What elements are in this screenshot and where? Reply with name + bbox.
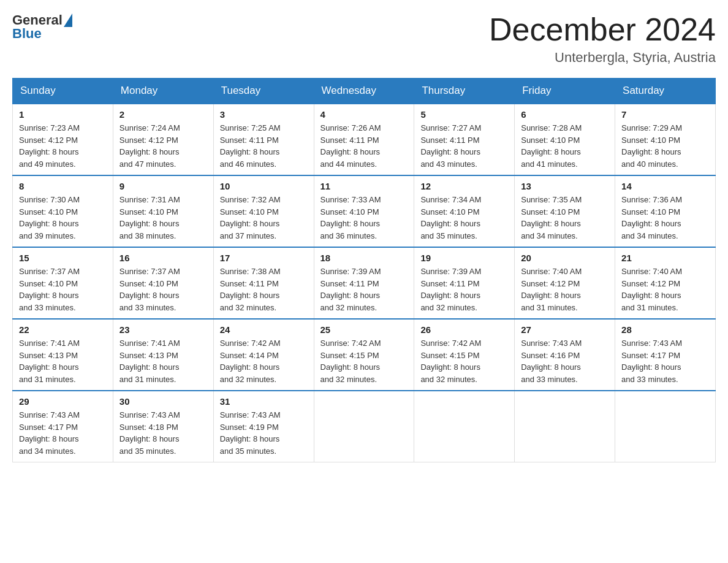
day-number: 15 (19, 253, 107, 263)
day-info: Sunrise: 7:40 AM Sunset: 4:12 PM Dayligh… (621, 266, 709, 313)
day-number: 1 (19, 109, 107, 120)
week-row-2: 8 Sunrise: 7:30 AM Sunset: 4:10 PM Dayli… (13, 175, 716, 247)
day-info: Sunrise: 7:29 AM Sunset: 4:10 PM Dayligh… (621, 122, 709, 170)
logo: General Blue (12, 12, 72, 42)
day-number: 9 (119, 181, 207, 191)
day-info: Sunrise: 7:37 AM Sunset: 4:10 PM Dayligh… (119, 266, 207, 313)
day-info: Sunrise: 7:26 AM Sunset: 4:11 PM Dayligh… (320, 122, 408, 170)
calendar-cell: 6 Sunrise: 7:28 AM Sunset: 4:10 PM Dayli… (515, 104, 615, 175)
day-number: 25 (320, 324, 408, 335)
calendar-cell: 15 Sunrise: 7:37 AM Sunset: 4:10 PM Dayl… (13, 247, 113, 319)
calendar-cell: 9 Sunrise: 7:31 AM Sunset: 4:10 PM Dayli… (113, 175, 213, 247)
calendar-cell: 24 Sunrise: 7:42 AM Sunset: 4:14 PM Dayl… (213, 319, 314, 391)
calendar-cell (414, 391, 515, 462)
weekday-header-saturday: Saturday (615, 79, 716, 104)
calendar-cell: 1 Sunrise: 7:23 AM Sunset: 4:12 PM Dayli… (13, 104, 113, 175)
calendar-cell (515, 391, 615, 462)
week-row-5: 29 Sunrise: 7:43 AM Sunset: 4:17 PM Dayl… (13, 391, 716, 462)
month-title: December 2024 (489, 12, 716, 47)
day-number: 24 (220, 324, 308, 335)
day-number: 23 (119, 324, 207, 335)
calendar-cell: 28 Sunrise: 7:43 AM Sunset: 4:17 PM Dayl… (615, 319, 716, 391)
day-info: Sunrise: 7:43 AM Sunset: 4:17 PM Dayligh… (621, 337, 709, 385)
calendar-cell: 26 Sunrise: 7:42 AM Sunset: 4:15 PM Dayl… (414, 319, 515, 391)
day-number: 26 (420, 324, 508, 335)
logo-blue-text: Blue (12, 26, 72, 42)
day-info: Sunrise: 7:27 AM Sunset: 4:11 PM Dayligh… (420, 122, 508, 170)
day-info: Sunrise: 7:39 AM Sunset: 4:11 PM Dayligh… (320, 266, 408, 313)
location-title: Unterbergla, Styria, Austria (489, 50, 716, 66)
calendar-cell: 11 Sunrise: 7:33 AM Sunset: 4:10 PM Dayl… (314, 175, 414, 247)
day-info: Sunrise: 7:37 AM Sunset: 4:10 PM Dayligh… (19, 266, 107, 313)
calendar-cell: 5 Sunrise: 7:27 AM Sunset: 4:11 PM Dayli… (414, 104, 515, 175)
day-number: 21 (621, 253, 709, 263)
calendar-cell (314, 391, 414, 462)
calendar-cell: 7 Sunrise: 7:29 AM Sunset: 4:10 PM Dayli… (615, 104, 716, 175)
day-number: 20 (521, 253, 609, 263)
day-info: Sunrise: 7:28 AM Sunset: 4:10 PM Dayligh… (521, 122, 609, 170)
week-row-3: 15 Sunrise: 7:37 AM Sunset: 4:10 PM Dayl… (13, 247, 716, 319)
weekday-header-row: SundayMondayTuesdayWednesdayThursdayFrid… (13, 79, 716, 104)
day-number: 27 (521, 324, 609, 335)
calendar-cell: 13 Sunrise: 7:35 AM Sunset: 4:10 PM Dayl… (515, 175, 615, 247)
calendar-cell: 18 Sunrise: 7:39 AM Sunset: 4:11 PM Dayl… (314, 247, 414, 319)
day-info: Sunrise: 7:23 AM Sunset: 4:12 PM Dayligh… (19, 122, 107, 170)
day-info: Sunrise: 7:32 AM Sunset: 4:10 PM Dayligh… (220, 194, 308, 242)
calendar-cell: 12 Sunrise: 7:34 AM Sunset: 4:10 PM Dayl… (414, 175, 515, 247)
day-info: Sunrise: 7:40 AM Sunset: 4:12 PM Dayligh… (521, 266, 609, 313)
day-number: 22 (19, 324, 107, 335)
calendar-cell: 23 Sunrise: 7:41 AM Sunset: 4:13 PM Dayl… (113, 319, 213, 391)
day-info: Sunrise: 7:42 AM Sunset: 4:15 PM Dayligh… (420, 337, 508, 385)
day-info: Sunrise: 7:39 AM Sunset: 4:11 PM Dayligh… (420, 266, 508, 313)
day-number: 3 (220, 109, 308, 120)
day-info: Sunrise: 7:36 AM Sunset: 4:10 PM Dayligh… (621, 194, 709, 242)
weekday-header-monday: Monday (113, 79, 213, 104)
calendar-cell: 2 Sunrise: 7:24 AM Sunset: 4:12 PM Dayli… (113, 104, 213, 175)
day-info: Sunrise: 7:42 AM Sunset: 4:15 PM Dayligh… (320, 337, 408, 385)
day-number: 18 (320, 253, 408, 263)
day-number: 19 (420, 253, 508, 263)
day-number: 13 (521, 181, 609, 191)
day-number: 31 (220, 396, 308, 407)
weekday-header-sunday: Sunday (13, 79, 113, 104)
day-number: 7 (621, 109, 709, 120)
title-block: December 2024 Unterbergla, Styria, Austr… (489, 12, 716, 66)
day-number: 28 (621, 324, 709, 335)
calendar-cell: 29 Sunrise: 7:43 AM Sunset: 4:17 PM Dayl… (13, 391, 113, 462)
day-number: 29 (19, 396, 107, 407)
page-header: General Blue December 2024 Unterbergla, … (12, 12, 716, 66)
day-number: 12 (420, 181, 508, 191)
day-info: Sunrise: 7:43 AM Sunset: 4:17 PM Dayligh… (19, 409, 107, 457)
day-number: 30 (119, 396, 207, 407)
day-number: 6 (521, 109, 609, 120)
calendar-cell: 16 Sunrise: 7:37 AM Sunset: 4:10 PM Dayl… (113, 247, 213, 319)
calendar-cell: 27 Sunrise: 7:43 AM Sunset: 4:16 PM Dayl… (515, 319, 615, 391)
week-row-4: 22 Sunrise: 7:41 AM Sunset: 4:13 PM Dayl… (13, 319, 716, 391)
day-info: Sunrise: 7:24 AM Sunset: 4:12 PM Dayligh… (119, 122, 207, 170)
day-info: Sunrise: 7:38 AM Sunset: 4:11 PM Dayligh… (220, 266, 308, 313)
calendar-cell: 31 Sunrise: 7:43 AM Sunset: 4:19 PM Dayl… (213, 391, 314, 462)
day-number: 14 (621, 181, 709, 191)
calendar-cell: 8 Sunrise: 7:30 AM Sunset: 4:10 PM Dayli… (13, 175, 113, 247)
calendar-cell: 19 Sunrise: 7:39 AM Sunset: 4:11 PM Dayl… (414, 247, 515, 319)
weekday-header-friday: Friday (515, 79, 615, 104)
day-info: Sunrise: 7:30 AM Sunset: 4:10 PM Dayligh… (19, 194, 107, 242)
day-number: 4 (320, 109, 408, 120)
day-info: Sunrise: 7:43 AM Sunset: 4:19 PM Dayligh… (220, 409, 308, 457)
calendar-cell: 21 Sunrise: 7:40 AM Sunset: 4:12 PM Dayl… (615, 247, 716, 319)
calendar-cell: 17 Sunrise: 7:38 AM Sunset: 4:11 PM Dayl… (213, 247, 314, 319)
calendar-table: SundayMondayTuesdayWednesdayThursdayFrid… (12, 78, 716, 462)
day-info: Sunrise: 7:43 AM Sunset: 4:18 PM Dayligh… (119, 409, 207, 457)
week-row-1: 1 Sunrise: 7:23 AM Sunset: 4:12 PM Dayli… (13, 104, 716, 175)
day-number: 5 (420, 109, 508, 120)
calendar-cell: 25 Sunrise: 7:42 AM Sunset: 4:15 PM Dayl… (314, 319, 414, 391)
weekday-header-tuesday: Tuesday (213, 79, 314, 104)
calendar-cell: 22 Sunrise: 7:41 AM Sunset: 4:13 PM Dayl… (13, 319, 113, 391)
calendar-cell: 30 Sunrise: 7:43 AM Sunset: 4:18 PM Dayl… (113, 391, 213, 462)
day-number: 8 (19, 181, 107, 191)
day-info: Sunrise: 7:35 AM Sunset: 4:10 PM Dayligh… (521, 194, 609, 242)
calendar-cell: 4 Sunrise: 7:26 AM Sunset: 4:11 PM Dayli… (314, 104, 414, 175)
day-number: 16 (119, 253, 207, 263)
day-info: Sunrise: 7:42 AM Sunset: 4:14 PM Dayligh… (220, 337, 308, 385)
day-number: 17 (220, 253, 308, 263)
